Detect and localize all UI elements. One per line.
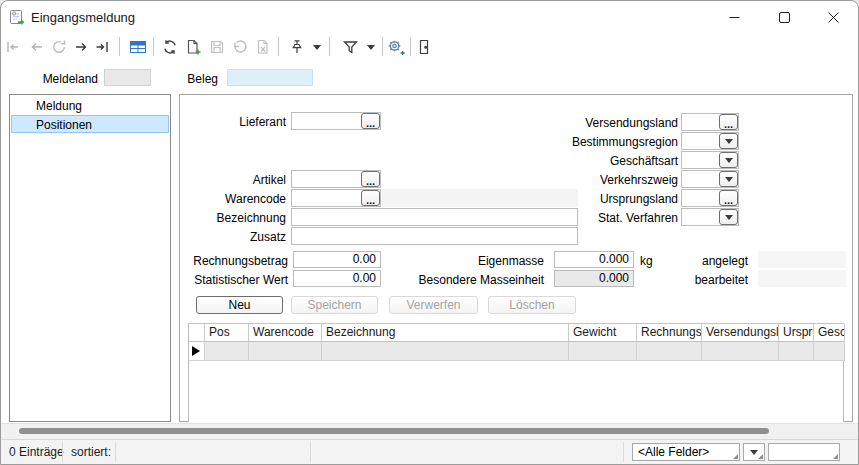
undo-button[interactable] bbox=[229, 35, 251, 59]
cell-bezeichnung bbox=[322, 342, 569, 361]
exit-door-icon bbox=[415, 38, 433, 56]
current-row-marker-icon bbox=[192, 346, 200, 356]
header-cell-gewicht[interactable]: Gewicht bbox=[569, 324, 637, 342]
close-button[interactable] bbox=[810, 2, 856, 32]
rechnungsbetrag-field[interactable]: 0.00 bbox=[293, 251, 381, 268]
data-table-button[interactable] bbox=[127, 35, 149, 59]
loeschen-button[interactable]: Löschen bbox=[488, 296, 576, 314]
header-cell-marker[interactable] bbox=[189, 324, 205, 342]
history-button[interactable] bbox=[48, 35, 70, 59]
verkehrszweig-label: Verkehrszweig bbox=[538, 173, 678, 187]
speichern-button[interactable]: Speichern bbox=[291, 296, 378, 314]
sidebar-item-meldung[interactable]: Meldung bbox=[11, 96, 169, 114]
settings-add-button[interactable] bbox=[385, 35, 407, 59]
bestimmungsregion-label: Bestimmungsregion bbox=[538, 135, 678, 149]
beleg-field[interactable] bbox=[227, 69, 313, 86]
bestimmungsregion-dropdown-button[interactable] bbox=[719, 133, 738, 149]
statusbar-separator bbox=[62, 442, 63, 462]
minimize-button[interactable] bbox=[711, 2, 757, 32]
fields-filter-combo[interactable]: <Alle Felder> bbox=[632, 443, 740, 461]
lieferant-browse-button[interactable]: ... bbox=[361, 113, 380, 129]
bearbeitet-label: bearbeitet bbox=[658, 273, 748, 287]
goto-first-button[interactable] bbox=[2, 35, 24, 59]
sorted-label: sortiert: bbox=[71, 440, 111, 464]
geschaeftsart-field[interactable] bbox=[681, 151, 739, 169]
chevron-down-icon bbox=[725, 139, 733, 144]
versendungsland-field[interactable]: ... bbox=[681, 113, 739, 131]
cell-versendungsland bbox=[702, 342, 779, 361]
exit-door-button[interactable] bbox=[413, 35, 435, 59]
new-record-button[interactable] bbox=[182, 35, 204, 59]
fields-filter-dropdown-button[interactable] bbox=[743, 443, 765, 461]
pin-button[interactable] bbox=[286, 35, 308, 59]
header-cell-ursprungsland[interactable]: Ursprungsland bbox=[779, 324, 814, 342]
minimize-icon bbox=[729, 12, 740, 23]
verkehrszweig-dropdown-button[interactable] bbox=[719, 171, 738, 187]
angelegt-label: angelegt bbox=[658, 254, 748, 268]
section-listbox: Meldung Positionen bbox=[9, 94, 171, 422]
bezeichnung-field[interactable] bbox=[291, 208, 578, 226]
go-next-icon bbox=[72, 38, 90, 56]
header-cell-versendungsland[interactable]: Versendungsland bbox=[702, 324, 779, 342]
warencode-field[interactable]: ... bbox=[291, 189, 381, 207]
filter-dropdown-button[interactable] bbox=[363, 35, 378, 59]
statusbar-separator bbox=[623, 442, 624, 462]
lieferant-field[interactable]: ... bbox=[291, 112, 381, 130]
go-previous-icon bbox=[28, 38, 46, 56]
artikel-field[interactable]: ... bbox=[291, 170, 381, 188]
discard-record-button[interactable] bbox=[252, 35, 274, 59]
ursprungsland-browse-button[interactable]: ... bbox=[719, 190, 738, 206]
warencode-label: Warencode bbox=[186, 192, 286, 206]
header-cell-bezeichnung[interactable]: Bezeichnung bbox=[322, 324, 569, 342]
artikel-browse-button[interactable]: ... bbox=[361, 171, 380, 187]
header-cell-pos[interactable]: Pos bbox=[205, 324, 249, 342]
save-icon bbox=[208, 38, 226, 56]
go-previous-button[interactable] bbox=[26, 35, 48, 59]
close-icon bbox=[828, 12, 839, 23]
statistischer-wert-field[interactable]: 0.00 bbox=[293, 270, 381, 287]
verkehrszweig-field[interactable] bbox=[681, 170, 739, 188]
table-row[interactable] bbox=[189, 342, 843, 361]
stat-verfahren-field[interactable] bbox=[681, 208, 739, 226]
geschaeftsart-dropdown-button[interactable] bbox=[719, 152, 738, 168]
status-bar: 0 Einträge sortiert: <Alle Felder> bbox=[1, 439, 858, 464]
horizontal-scrollbar[interactable] bbox=[1, 423, 858, 439]
artikel-label: Artikel bbox=[186, 173, 286, 187]
refresh-button[interactable] bbox=[159, 35, 181, 59]
besondere-masseinheit-field[interactable]: 0.000 bbox=[554, 270, 634, 287]
eigenmasse-unit-label: kg bbox=[640, 254, 653, 268]
cell-geschaeftsart bbox=[814, 342, 845, 361]
verwerfen-button[interactable]: Verwerfen bbox=[389, 296, 478, 314]
cell-pos bbox=[205, 342, 249, 361]
save-button[interactable] bbox=[206, 35, 228, 59]
quick-search-field[interactable] bbox=[768, 443, 840, 461]
chevron-down-icon bbox=[725, 177, 733, 182]
sidebar-item-positionen[interactable]: Positionen bbox=[11, 115, 169, 133]
filter-button[interactable] bbox=[339, 35, 361, 59]
ursprungsland-field[interactable]: ... bbox=[681, 189, 739, 207]
header-cell-warencode[interactable]: Warencode bbox=[249, 324, 322, 342]
angelegt-value bbox=[758, 251, 846, 268]
neu-button[interactable]: Neu bbox=[196, 296, 283, 314]
goto-last-button[interactable] bbox=[91, 35, 113, 59]
header-cell-rechnungsbetrag[interactable]: Rechnungsbetrag bbox=[637, 324, 702, 342]
scrollbar-thumb[interactable] bbox=[19, 428, 769, 434]
bearbeitet-value bbox=[758, 270, 846, 287]
pin-dropdown-button[interactable] bbox=[309, 35, 324, 59]
eigenmasse-label: Eigenmasse bbox=[394, 254, 544, 268]
geschaeftsart-label: Geschäftsart bbox=[538, 154, 678, 168]
go-next-button[interactable] bbox=[70, 35, 92, 59]
warencode-browse-button[interactable]: ... bbox=[361, 190, 380, 206]
maximize-button[interactable] bbox=[761, 2, 807, 32]
settings-add-icon bbox=[387, 38, 406, 57]
bestimmungsregion-field[interactable] bbox=[681, 132, 739, 150]
eigenmasse-field[interactable]: 0.000 bbox=[554, 251, 634, 268]
resize-grip-icon bbox=[733, 454, 738, 459]
zusatz-field[interactable] bbox=[291, 227, 578, 245]
toolbar-separator bbox=[119, 37, 120, 56]
header-cell-geschaeftsart[interactable]: Geschäftsart bbox=[814, 324, 845, 342]
meldeland-field[interactable] bbox=[104, 69, 151, 86]
bezeichnung-label: Bezeichnung bbox=[186, 211, 286, 225]
versendungsland-browse-button[interactable]: ... bbox=[719, 114, 738, 130]
stat-verfahren-dropdown-button[interactable] bbox=[719, 209, 738, 225]
